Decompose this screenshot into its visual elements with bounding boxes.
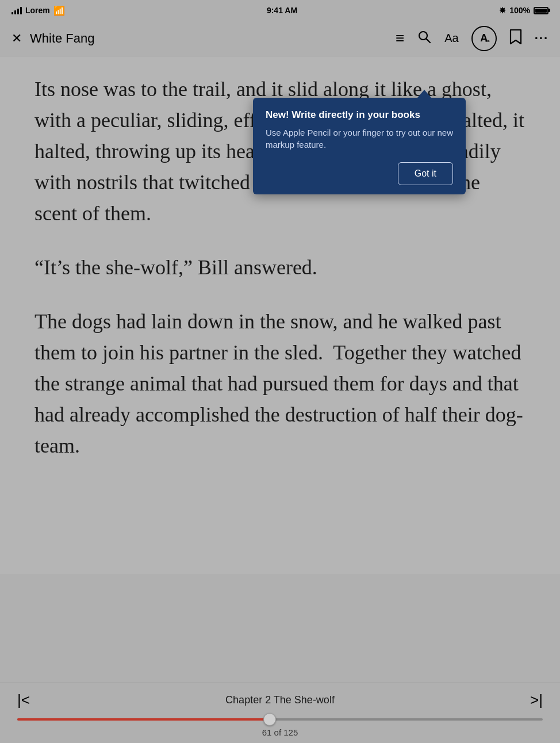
reading-area: New! Write directly in your books Use Ap… xyxy=(0,56,560,574)
next-chapter-button[interactable]: >| xyxy=(530,691,543,709)
battery-fill xyxy=(535,9,547,13)
chapter-name: Chapter 2 The She-wolf xyxy=(225,694,335,706)
paragraph-3: The dogs had lain down in the snow, and … xyxy=(34,306,526,461)
tooltip-popover: New! Write directly in your books Use Ap… xyxy=(253,98,466,194)
status-right: ✸ 100% xyxy=(499,6,549,15)
nav-left: ✕ White Fang xyxy=(11,31,95,46)
chapter-nav: |< Chapter 2 The She-wolf >| xyxy=(0,683,560,715)
paragraph-2: “It’s the she-wolf,” Bill answered. xyxy=(34,252,526,283)
bookmark-icon[interactable] xyxy=(509,29,522,48)
progress-track[interactable] xyxy=(17,718,543,721)
more-options-icon[interactable]: ··· xyxy=(535,31,549,46)
nav-bar: ✕ White Fang ≡ Aa A ✏ ··· xyxy=(0,21,560,56)
font-size-icon[interactable]: Aa xyxy=(444,32,458,45)
progress-fill xyxy=(17,718,270,721)
tooltip-body: Use Apple Pencil or your finger to try o… xyxy=(266,127,453,151)
svg-line-1 xyxy=(427,39,431,43)
search-icon[interactable] xyxy=(417,29,432,48)
list-icon[interactable]: ≡ xyxy=(396,29,404,47)
signal-icon xyxy=(11,6,22,14)
progress-thumb[interactable] xyxy=(263,713,276,726)
book-title: White Fang xyxy=(30,31,95,46)
wifi-icon: 📶 xyxy=(53,5,65,16)
carrier-label: Lorem xyxy=(25,6,50,15)
battery-icon xyxy=(534,7,549,14)
page-info: 61 of 125 xyxy=(0,725,560,743)
tooltip-arrow xyxy=(417,90,431,98)
time-display: 9:41 AM xyxy=(267,6,297,15)
bluetooth-icon: ✸ xyxy=(499,6,506,15)
bottom-bar: |< Chapter 2 The She-wolf >| 61 of 125 xyxy=(0,683,560,743)
status-left: Lorem 📶 xyxy=(11,5,65,16)
got-it-button[interactable]: Got it xyxy=(398,162,453,185)
close-button[interactable]: ✕ xyxy=(11,31,22,46)
battery-pct-label: 100% xyxy=(509,6,530,15)
prev-chapter-button[interactable]: |< xyxy=(17,691,30,709)
tooltip-title: New! Write directly in your books xyxy=(266,109,453,121)
status-bar: Lorem 📶 9:41 AM ✸ 100% xyxy=(0,0,560,21)
nav-right: ≡ Aa A ✏ ··· xyxy=(396,26,549,51)
progress-container[interactable] xyxy=(0,715,560,725)
markup-icon-button[interactable]: A ✏ xyxy=(471,26,497,51)
tooltip-footer: Got it xyxy=(266,162,453,185)
